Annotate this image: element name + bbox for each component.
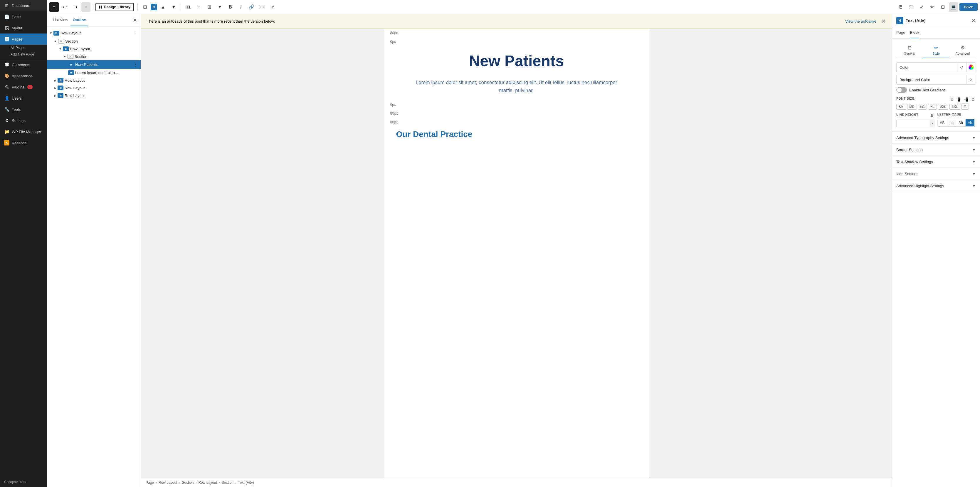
subtab-style[interactable]: ✏ Style: [923, 43, 949, 58]
size-2xl-button[interactable]: 2XL: [938, 104, 948, 110]
breadcrumb-page[interactable]: Page: [146, 481, 154, 485]
media-button[interactable]: ⊞: [204, 2, 214, 12]
redo-button[interactable]: ↪: [70, 2, 80, 12]
link-button[interactable]: 🔗: [247, 2, 256, 12]
sparkle-button[interactable]: ✦: [215, 2, 224, 12]
color-picker-button[interactable]: [966, 62, 975, 72]
size-sm-button[interactable]: SM: [896, 104, 906, 110]
tree-item-dots[interactable]: ⋮: [134, 62, 138, 67]
accordion-icon-settings[interactable]: Icon Settings ▼: [892, 168, 980, 180]
sidebar-item-wp-file-manager[interactable]: 📁 WP File Manager: [0, 126, 47, 137]
edit-mode-button[interactable]: ✏: [928, 2, 937, 12]
line-height-input[interactable]: [897, 120, 930, 127]
size-xl-button[interactable]: XL: [928, 104, 937, 110]
accordion-advanced-typography[interactable]: Advanced Typography Settings ▼: [892, 132, 980, 144]
sidebar-item-users[interactable]: 👤 Users: [0, 93, 47, 104]
size-3xl-button[interactable]: 3XL: [950, 104, 960, 110]
tree-item-row-layout-3[interactable]: ▶ ⊞ Row Layout: [47, 84, 141, 92]
viewport-toggle-button[interactable]: ⊡: [140, 2, 150, 12]
list-view-button[interactable]: ≡: [81, 2, 91, 12]
align-button[interactable]: ≡: [194, 2, 203, 12]
tree-item-row-layout-2[interactable]: ▶ ⊞ Row Layout: [47, 77, 141, 84]
body-text[interactable]: Lorem ipsum dolor sit amet, consectetur …: [384, 75, 649, 100]
accordion-border-settings[interactable]: Border Settings ▼: [892, 144, 980, 156]
heading-selector-button[interactable]: H1: [183, 2, 192, 12]
spacer-0-1: 0px: [384, 37, 649, 46]
breadcrumb-text-adv[interactable]: Text (Adv): [238, 481, 254, 485]
subtab-general[interactable]: ⊟ General: [896, 43, 923, 58]
breadcrumb-row-layout[interactable]: Row Layout: [159, 481, 177, 485]
size-custom-button[interactable]: ⚙: [961, 104, 969, 110]
font-size-section: FONT SIZE 🖥 📱 📲 ⚙ SM MD LG XL 2XL: [896, 96, 976, 110]
italic-button[interactable]: I: [236, 2, 245, 12]
breadcrumb-section-2[interactable]: Section: [222, 481, 234, 485]
subtab-advanced[interactable]: ⚙ Advanced: [950, 43, 976, 58]
design-library-button[interactable]: H Design Library: [95, 3, 134, 11]
color-reset-button[interactable]: ↺: [957, 62, 966, 72]
popup-view-button[interactable]: ⬚: [907, 2, 916, 12]
autosave-link[interactable]: View the autosave: [845, 19, 877, 24]
autosave-close-button[interactable]: ✕: [881, 18, 886, 25]
sidebar-item-dashboard[interactable]: ⊞ Dashboard: [0, 0, 47, 11]
main-heading[interactable]: New Patients: [384, 46, 649, 75]
sidebar-item-settings[interactable]: ⚙ Settings: [0, 115, 47, 126]
lc-capitalize-button[interactable]: Ab: [956, 119, 966, 126]
accordion-text-shadow[interactable]: Text Shadow Settings ▼: [892, 156, 980, 168]
desktop-view-button[interactable]: 🖥: [896, 2, 905, 12]
sidebar-item-label: Dashboard: [12, 3, 30, 8]
more-options-button[interactable]: ⋯: [257, 2, 267, 12]
line-height-device-icon[interactable]: 🖥: [929, 113, 935, 118]
collapse-toolbar-button[interactable]: «: [268, 2, 277, 12]
tab-outline[interactable]: Outline: [70, 14, 88, 26]
tree-item-row-layout-1[interactable]: ▼ ⊞ Row Layout: [47, 45, 141, 53]
sidebar-item-media[interactable]: 🖼 Media: [0, 22, 47, 34]
tab-page[interactable]: Page: [896, 27, 905, 38]
grid-button[interactable]: ⊞: [938, 2, 948, 12]
h-arrow-down-button[interactable]: ▼: [169, 2, 178, 12]
lc-none-button[interactable]: Ab: [966, 119, 975, 126]
sidebar-item-plugins[interactable]: 🔌 Plugins 1: [0, 81, 47, 93]
breadcrumb-row-layout-2[interactable]: Row Layout: [198, 481, 217, 485]
sidebar-item-comments[interactable]: 💬 Comments: [0, 59, 47, 70]
device-toggle-button[interactable]: 💻: [949, 2, 958, 12]
panel-close-button[interactable]: ✕: [133, 14, 137, 26]
tab-list-view[interactable]: List View: [51, 14, 70, 26]
tablet-icon[interactable]: 📱: [956, 96, 962, 102]
save-button[interactable]: Save: [959, 3, 978, 11]
sidebar-submenu-all-pages[interactable]: All Pages: [0, 45, 47, 51]
collapse-menu-btn[interactable]: Collapse menu: [0, 477, 47, 487]
mobile-icon[interactable]: 📲: [963, 96, 969, 102]
tree-item-row-layout-4[interactable]: ▶ ⊞ Row Layout: [47, 92, 141, 99]
sidebar-submenu-add-new-page[interactable]: Add New Page: [0, 51, 47, 57]
sidebar-item-appearance[interactable]: 🎨 Appearance: [0, 70, 47, 81]
accordion-advanced-highlight[interactable]: Advanced Highlight Settings ▼: [892, 180, 980, 192]
sidebar-item-pages[interactable]: 📃 Pages: [0, 34, 47, 45]
size-lg-button[interactable]: LG: [918, 104, 927, 110]
undo-button[interactable]: ↩: [60, 2, 69, 12]
h-arrow-up-button[interactable]: ▲: [158, 2, 168, 12]
tree-item-section-1[interactable]: ▼ ⊙ Section: [47, 37, 141, 45]
sidebar-item-kadence[interactable]: K Kadence: [0, 137, 47, 148]
tree-item-dots[interactable]: ⋮: [134, 30, 138, 36]
sidebar-item-tools[interactable]: 🔧 Tools: [0, 104, 47, 115]
sidebar-item-posts[interactable]: 📄 Posts: [0, 11, 47, 22]
size-md-button[interactable]: MD: [907, 104, 917, 110]
bg-color-clear-button[interactable]: ✕: [966, 75, 975, 85]
tree-item-lorem[interactable]: H Lorem ipsum dolor sit a...: [47, 69, 141, 77]
add-block-button[interactable]: +: [49, 2, 59, 12]
tree-item-row-layout-0[interactable]: ▼ ⊞ Row Layout ⋮: [47, 29, 141, 37]
right-panel-close-button[interactable]: ✕: [972, 18, 976, 24]
size-settings-icon[interactable]: ⚙: [970, 96, 976, 102]
desktop-icon[interactable]: 🖥: [949, 96, 955, 102]
bg-color-label: Background Color: [897, 75, 966, 85]
tree-item-new-patients[interactable]: H New Patients ⋮: [47, 60, 141, 69]
bold-button[interactable]: B: [226, 2, 235, 12]
tree-item-section-2[interactable]: ▼ ⊙ Section: [47, 53, 141, 60]
lc-uppercase-button[interactable]: AB: [938, 119, 947, 126]
breadcrumb-section[interactable]: Section: [182, 481, 194, 485]
sub-heading[interactable]: Our Dental Practice: [384, 127, 649, 145]
tab-block[interactable]: Block: [910, 27, 919, 38]
text-gradient-toggle[interactable]: [896, 87, 907, 93]
fullscreen-button[interactable]: ⤢: [917, 2, 927, 12]
lc-lowercase-button[interactable]: ab: [947, 119, 956, 126]
